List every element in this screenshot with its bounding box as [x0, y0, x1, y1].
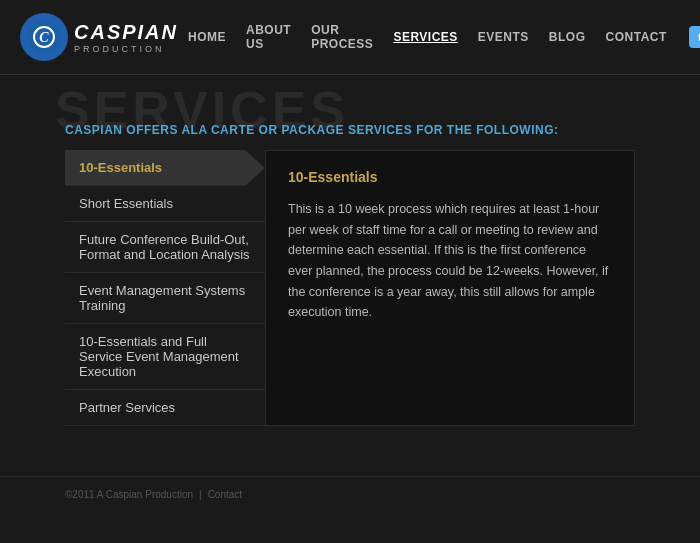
header: C CASPIAN PRODUCTION HOMEABOUT USOUR PRO… [0, 0, 700, 75]
nav-item-about-us[interactable]: ABOUT US [236, 23, 301, 51]
footer-divider: | [199, 489, 202, 500]
footer: ©2011 A Caspian Production | Contact [0, 476, 700, 512]
nav-item-contact[interactable]: CONTACT [596, 30, 677, 44]
nav-item-our-process[interactable]: OUR PROCESS [301, 23, 383, 51]
logo-area: C CASPIAN PRODUCTION [20, 13, 178, 61]
sidebar-item[interactable]: Short Essentials [65, 186, 265, 222]
nav-item-events[interactable]: EVENTS [468, 30, 539, 44]
sidebar-item[interactable]: 10-Essentials [65, 150, 265, 186]
content-panel: 10-Essentials This is a 10 week process … [265, 150, 635, 426]
logo-sub: PRODUCTION [74, 44, 178, 54]
main-nav: HOMEABOUT USOUR PROCESSSERVICESEVENTSBLO… [178, 23, 677, 51]
sidebar-item[interactable]: 10-Essentials and Full Service Event Man… [65, 324, 265, 390]
footer-copyright: ©2011 A Caspian Production [65, 489, 193, 500]
main-content: 10-EssentialsShort EssentialsFuture Conf… [0, 150, 700, 446]
nav-item-blog[interactable]: BLOG [539, 30, 596, 44]
twitter-icon[interactable]: t [689, 26, 700, 48]
services-header: SERVICES CASPIAN OFFERS ALA CARTE OR PAC… [0, 75, 700, 150]
content-title: 10-Essentials [288, 169, 612, 185]
logo-brand: CASPIAN [74, 21, 178, 44]
nav-item-services[interactable]: SERVICES [383, 30, 467, 44]
logo-text-block: CASPIAN PRODUCTION [74, 21, 178, 54]
nav-item-home[interactable]: HOME [178, 30, 236, 44]
services-subtitle: CASPIAN OFFERS ALA CARTE OR PACKAGE SERV… [65, 123, 635, 145]
sidebar: 10-EssentialsShort EssentialsFuture Conf… [65, 150, 265, 426]
sidebar-item[interactable]: Event Management Systems Training [65, 273, 265, 324]
footer-contact-link[interactable]: Contact [208, 489, 242, 500]
sidebar-item[interactable]: Partner Services [65, 390, 265, 426]
svg-text:C: C [39, 30, 49, 45]
content-body: This is a 10 week process which requires… [288, 199, 612, 323]
social-icons: t f in ✉ [689, 26, 700, 48]
logo-icon: C [20, 13, 68, 61]
sidebar-item[interactable]: Future Conference Build-Out, Format and … [65, 222, 265, 273]
